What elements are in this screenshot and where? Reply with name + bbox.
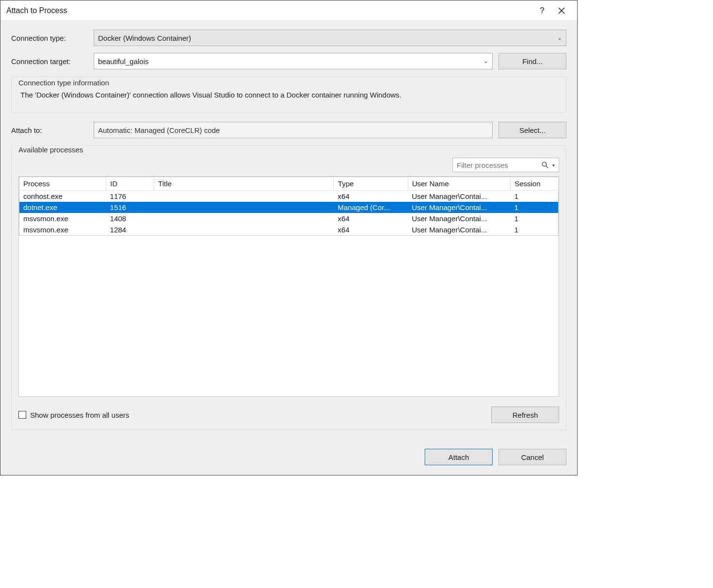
refresh-button[interactable]: Refresh <box>491 407 559 423</box>
connection-target-label: Connection target: <box>11 57 94 65</box>
attach-to-field: Automatic: Managed (CoreCLR) code <box>94 122 493 138</box>
process-table: Process ID Title Type User Name Session … <box>18 176 559 397</box>
search-icon <box>541 161 549 169</box>
cell-session: 1 <box>511 213 559 224</box>
attach-to-process-dialog: Attach to Process ? Connection type: Doc… <box>0 0 578 475</box>
col-id[interactable]: ID <box>106 177 154 191</box>
cell-user: User Manager\Contai... <box>408 191 510 202</box>
process-table-header[interactable]: Process ID Title Type User Name Session <box>19 177 559 191</box>
cell-session: 1 <box>511 191 559 202</box>
filter-processes-input[interactable]: Filter processes ▾ <box>452 158 559 172</box>
cell-user: User Manager\Contai... <box>408 202 510 213</box>
table-row[interactable]: dotnet.exe1516Managed (Cor...User Manage… <box>19 202 559 213</box>
chevron-down-icon: ⌄ <box>483 58 488 65</box>
cell-user: User Manager\Contai... <box>408 213 510 224</box>
cell-session: 1 <box>511 224 559 236</box>
cell-process: msvsmon.exe <box>19 213 106 224</box>
svg-line-3 <box>546 166 548 168</box>
cell-type: x64 <box>334 224 408 236</box>
table-row[interactable]: msvsmon.exe1284x64User Manager\Contai...… <box>19 224 559 236</box>
connection-target-input[interactable]: beautiful_galois ⌄ <box>94 53 493 69</box>
cell-id: 1516 <box>106 202 154 213</box>
show-all-users-label: Show processes from all users <box>30 411 129 419</box>
find-button[interactable]: Find... <box>498 53 566 69</box>
cell-type: x64 <box>334 213 408 224</box>
table-row[interactable]: conhost.exe1176x64User Manager\Contai...… <box>19 191 559 202</box>
col-process[interactable]: Process <box>19 177 106 191</box>
cell-process: dotnet.exe <box>19 202 106 213</box>
checkbox-box <box>18 411 26 419</box>
close-icon <box>558 7 565 14</box>
show-all-users-checkbox[interactable]: Show processes from all users <box>18 411 129 419</box>
connection-type-label: Connection type: <box>11 34 94 42</box>
connection-type-dropdown[interactable]: Docker (Windows Container) ⌄ <box>94 30 566 46</box>
available-processes-group: Available processes Filter processes ▾ <box>11 145 566 430</box>
titlebar: Attach to Process ? <box>0 0 577 21</box>
available-processes-legend: Available processes <box>17 146 559 154</box>
cancel-button[interactable]: Cancel <box>498 449 566 465</box>
cell-title <box>154 213 333 224</box>
connection-type-info-text: The 'Docker (Windows Container)' connect… <box>17 88 561 99</box>
cell-id: 1284 <box>106 224 154 236</box>
cell-process: conhost.exe <box>19 191 106 202</box>
cell-type: Managed (Cor... <box>334 202 408 213</box>
close-button[interactable] <box>552 1 571 20</box>
col-session[interactable]: Session <box>511 177 559 191</box>
col-type[interactable]: Type <box>334 177 408 191</box>
cell-title <box>154 202 333 213</box>
chevron-down-icon: ⌄ <box>557 34 562 41</box>
help-button[interactable]: ? <box>532 1 552 20</box>
svg-point-2 <box>542 162 546 166</box>
select-button[interactable]: Select... <box>498 122 566 138</box>
col-title[interactable]: Title <box>154 177 333 191</box>
connection-target-value: beautiful_galois <box>98 57 149 65</box>
cell-id: 1176 <box>106 191 154 202</box>
cell-user: User Manager\Contai... <box>408 224 510 236</box>
attach-button[interactable]: Attach <box>425 449 493 465</box>
cell-type: x64 <box>334 191 408 202</box>
cell-title <box>154 224 333 236</box>
attach-to-value: Automatic: Managed (CoreCLR) code <box>98 126 220 134</box>
connection-type-info-group: Connection type information The 'Docker … <box>11 76 566 113</box>
connection-type-value: Docker (Windows Container) <box>98 34 191 42</box>
cell-id: 1408 <box>106 213 154 224</box>
filter-placeholder: Filter processes <box>457 161 538 169</box>
cell-process: msvsmon.exe <box>19 224 106 236</box>
cell-title <box>154 191 333 202</box>
filter-dropdown-icon[interactable]: ▾ <box>552 163 555 168</box>
attach-to-label: Attach to: <box>11 126 94 134</box>
window-title: Attach to Process <box>6 6 532 15</box>
dialog-footer: Attach Cancel <box>0 439 577 475</box>
cell-session: 1 <box>511 202 559 213</box>
table-row[interactable]: msvsmon.exe1408x64User Manager\Contai...… <box>19 213 559 224</box>
col-user[interactable]: User Name <box>408 177 510 191</box>
connection-type-info-legend: Connection type information <box>17 79 111 87</box>
